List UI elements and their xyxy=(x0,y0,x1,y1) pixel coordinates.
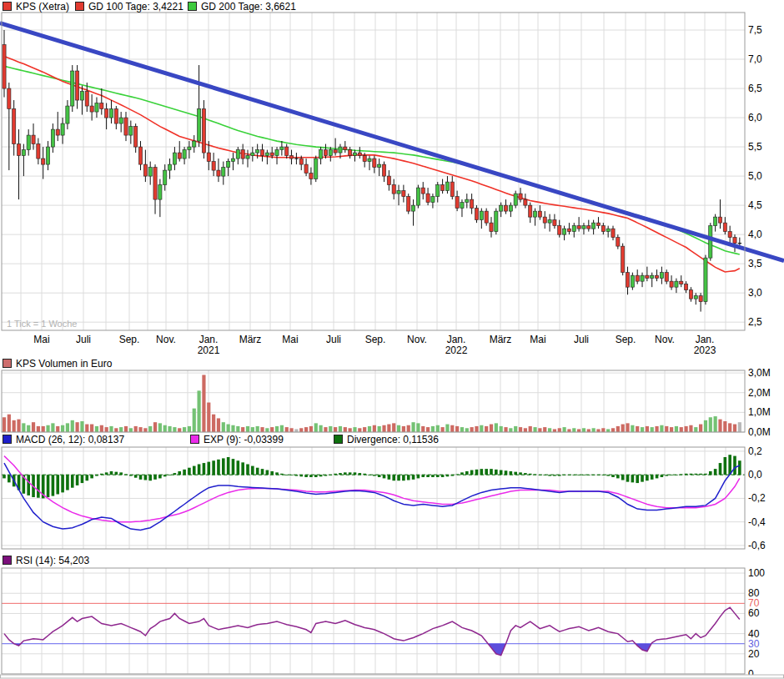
divergence-label: Divergence: 0,11536 xyxy=(347,434,439,445)
macd-legend: MACD (26, 12): 0,08137 EXP (9): -0,03399… xyxy=(0,434,784,445)
charts-canvas: 7,57,06,56,05,55,04,54,03,53,02,53,0M2,0… xyxy=(0,0,784,679)
x-axis-month-label: Sep. xyxy=(365,334,386,345)
x-axis-month-label: Jan. xyxy=(199,334,219,345)
y-axis-label: -0,4 xyxy=(748,516,766,528)
x-axis-month-label: Mai xyxy=(33,334,49,345)
panel-border xyxy=(2,568,745,674)
x-axis-month-label: Juli xyxy=(326,334,341,345)
main-chart-legend: KPS (Xetra) GD 100 Tage: 3,4221 GD 200 T… xyxy=(0,1,784,12)
y-axis-label: 6,0 xyxy=(748,112,762,123)
y-axis-label: 4,0 xyxy=(748,229,762,240)
gd200-label: GD 200 Tage: 3,6621 xyxy=(201,1,296,13)
y-axis-label: 4,5 xyxy=(748,199,762,211)
exp-label: EXP (9): -0,03399 xyxy=(204,434,284,445)
x-axis-month-label: Sep. xyxy=(119,334,140,345)
chart-page: 7,57,06,56,05,55,04,54,03,53,02,53,0M2,0… xyxy=(0,0,784,679)
volume-bars xyxy=(3,375,741,432)
y-axis-label: 5,5 xyxy=(748,141,762,153)
x-axis-month-label: Jan. xyxy=(447,334,466,345)
legend-item-symbol: KPS (Xetra) xyxy=(3,1,69,12)
x-axis-month-label: Nov. xyxy=(156,334,176,345)
y-axis-label: 2,5 xyxy=(748,316,762,328)
x-axis-month-label: Sep. xyxy=(616,334,636,345)
panel-border xyxy=(2,370,745,432)
legend-item-gd200: GD 200 Tage: 3,6621 xyxy=(188,1,296,12)
legend-item-rsi: RSI (14): 54,203 xyxy=(3,555,89,566)
rsi-legend: RSI (14): 54,203 xyxy=(0,555,784,566)
x-axis-month-label: Juli xyxy=(76,334,91,345)
y-axis-label: 3,0 xyxy=(748,287,762,299)
legend-item-macd: MACD (26, 12): 0,08137 xyxy=(3,434,124,445)
symbol-label: KPS (Xetra) xyxy=(16,1,69,13)
x-axis-month-label: Jan. xyxy=(696,334,715,345)
y-axis-label: 0,0 xyxy=(748,469,762,480)
y-axis-label: 7,5 xyxy=(748,24,762,36)
legend-item-divergence: Divergence: 0,11536 xyxy=(334,434,439,445)
y-axis-label: 2,0M xyxy=(748,387,771,399)
legend-item-volume: KPS Volumen in Euro xyxy=(3,358,112,369)
y-axis-label: 100 xyxy=(748,567,765,579)
y-axis-label: 60 xyxy=(748,607,760,619)
gd200-line xyxy=(4,66,740,254)
y-axis-label: -0,6 xyxy=(748,540,766,551)
rsi-swatch-icon xyxy=(3,556,12,565)
kps-swatch-icon xyxy=(3,2,12,11)
x-axis-month-label: Nov. xyxy=(407,334,427,345)
y-axis-label: -0,2 xyxy=(748,492,766,504)
candles xyxy=(3,30,741,312)
x-axis-month-label: Mai xyxy=(282,334,298,345)
x-axis-month-label: Juli xyxy=(574,334,589,345)
rsi-label: RSI (14): 54,203 xyxy=(16,555,89,566)
legend-item-gd100: GD 100 Tage: 3,4221 xyxy=(75,1,183,12)
gd200-swatch-icon xyxy=(188,2,197,11)
rsi-line xyxy=(4,607,740,655)
y-axis-label: 3,5 xyxy=(748,258,762,269)
divergence-swatch-icon xyxy=(334,435,343,444)
x-axis-year-label: 2022 xyxy=(445,345,468,356)
x-axis-year-label: 2023 xyxy=(694,345,716,356)
y-axis-label: 7,0 xyxy=(748,53,762,65)
exp-swatch-icon xyxy=(190,435,199,444)
y-axis-label: 3,0M xyxy=(748,367,771,379)
x-axis-month-label: März xyxy=(239,334,262,345)
y-axis-label: 20 xyxy=(748,648,760,660)
legend-item-exp: EXP (9): -0,03399 xyxy=(190,434,284,445)
volume-swatch-icon xyxy=(3,359,12,368)
exp-line xyxy=(4,456,740,522)
x-axis-month-label: März xyxy=(490,334,512,345)
macd-line xyxy=(4,463,740,530)
x-axis-month-label: Nov. xyxy=(655,334,675,345)
y-axis-label: 1,0M xyxy=(748,406,771,418)
trendline xyxy=(0,23,784,261)
x-axis-month-label: Mai xyxy=(530,334,545,345)
macd-swatch-icon xyxy=(3,435,12,444)
gd100-label: GD 100 Tage: 3,4221 xyxy=(88,1,183,13)
bottom-strip xyxy=(1,675,784,678)
macd-label: MACD (26, 12): 0,08137 xyxy=(16,434,124,445)
y-axis-label: 0,2 xyxy=(748,445,762,457)
volume-legend: KPS Volumen in Euro xyxy=(0,358,784,369)
volume-label: KPS Volumen in Euro xyxy=(16,358,112,370)
x-axis-year-label: 2021 xyxy=(198,345,220,356)
gd100-swatch-icon xyxy=(75,2,84,11)
y-axis-label: 5,0 xyxy=(748,170,762,182)
y-axis-label: 6,5 xyxy=(748,83,762,94)
tick-interval-note: 1 Tick = 1 Woche xyxy=(7,319,77,329)
